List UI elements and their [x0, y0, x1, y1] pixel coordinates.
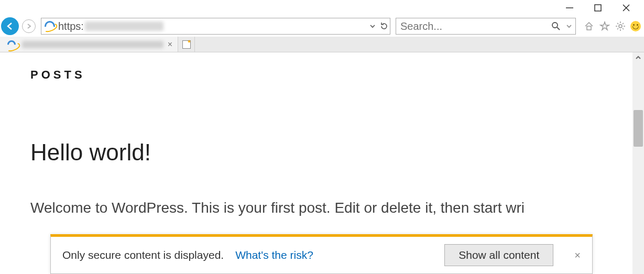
new-tab-button[interactable]	[178, 37, 195, 52]
close-window-button[interactable]	[621, 3, 631, 13]
scroll-up-button[interactable]	[632, 52, 644, 63]
navigation-bar: https:	[0, 16, 644, 37]
forward-button[interactable]	[22, 19, 36, 33]
active-tab[interactable]: ×	[0, 37, 178, 52]
svg-line-5	[557, 27, 560, 30]
svg-rect-1	[595, 5, 601, 11]
svg-marker-7	[601, 22, 609, 30]
svg-point-4	[552, 23, 558, 28]
tab-close-button[interactable]: ×	[167, 40, 173, 49]
scroll-track[interactable]	[632, 63, 644, 274]
security-notification-bar: Only secure content is displayed. What's…	[50, 234, 593, 274]
search-input[interactable]	[396, 20, 547, 32]
home-icon[interactable]	[583, 20, 595, 32]
window-caption-buttons	[0, 0, 644, 16]
address-bar[interactable]: https:	[41, 18, 390, 35]
address-redacted	[85, 21, 163, 31]
post-title[interactable]: Hello world!	[30, 139, 632, 166]
section-heading: POSTS	[30, 68, 632, 82]
tab-title-redacted	[22, 41, 163, 48]
feedback-smiley-icon[interactable]	[630, 21, 641, 31]
notification-close-button[interactable]: ×	[574, 249, 581, 261]
scroll-thumb[interactable]	[634, 110, 643, 147]
tab-strip: ×	[0, 37, 644, 52]
show-all-content-button[interactable]: Show all content	[444, 244, 553, 266]
back-button[interactable]	[1, 17, 19, 35]
favorites-star-icon[interactable]	[599, 20, 610, 32]
svg-point-8	[619, 25, 622, 28]
search-icon[interactable]	[547, 21, 565, 31]
minimize-button[interactable]	[564, 3, 575, 13]
whats-the-risk-link[interactable]: What's the risk?	[235, 249, 313, 261]
address-dropdown-icon[interactable]	[367, 24, 378, 29]
svg-rect-6	[587, 26, 591, 30]
post-body: Welcome to WordPress. This is your first…	[30, 197, 586, 219]
ie-site-icon	[45, 21, 55, 31]
maximize-button[interactable]	[593, 3, 603, 13]
toolbar-icons	[583, 20, 641, 32]
address-text: https:	[58, 20, 84, 32]
refresh-button[interactable]	[378, 22, 390, 30]
tools-gear-icon[interactable]	[615, 20, 626, 32]
search-box[interactable]	[396, 18, 576, 35]
new-tab-icon	[182, 40, 191, 49]
tab-favicon	[7, 40, 16, 49]
search-dropdown-icon[interactable]	[565, 24, 573, 29]
notification-message: Only secure content is displayed.	[62, 249, 224, 261]
vertical-scrollbar[interactable]	[632, 52, 644, 274]
